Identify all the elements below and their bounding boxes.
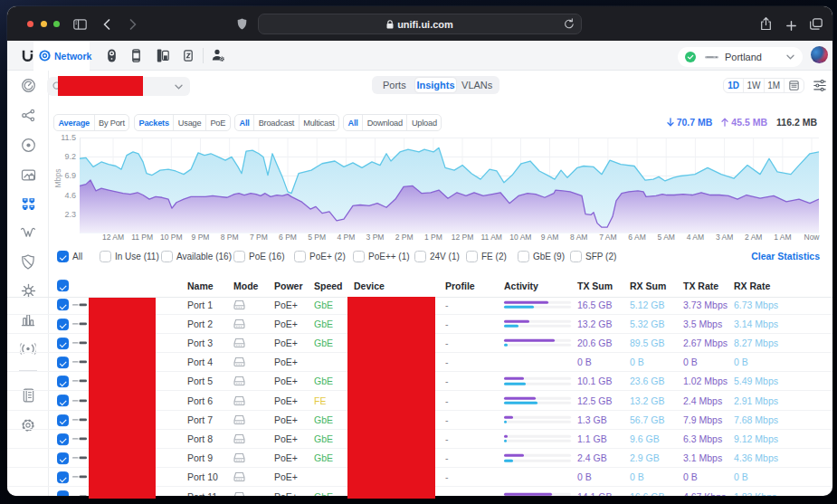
column-header-speed[interactable]: Speed (314, 281, 343, 291)
checkbox[interactable] (57, 376, 69, 387)
traffic-chart[interactable] (80, 133, 819, 234)
privacy-shield-icon[interactable] (237, 18, 247, 30)
address-bar[interactable]: unifi.ui.com (258, 14, 582, 34)
checkbox[interactable] (57, 299, 69, 310)
user-avatar[interactable] (811, 46, 828, 63)
chart-filter-all[interactable]: All (344, 115, 363, 130)
chart-filter-usage[interactable]: Usage (174, 115, 206, 130)
reload-icon[interactable] (564, 18, 575, 30)
select-all-checkbox[interactable] (57, 280, 69, 292)
checkbox[interactable] (57, 251, 69, 262)
checkbox[interactable] (466, 251, 478, 262)
checkbox[interactable] (353, 251, 365, 262)
tab-overview-icon[interactable] (810, 18, 823, 30)
range-1w[interactable]: 1W (744, 79, 764, 92)
checkbox[interactable] (414, 251, 426, 262)
checkbox[interactable] (57, 319, 69, 330)
sidebar-item-dashboard[interactable] (20, 77, 36, 93)
checkbox[interactable] (57, 452, 69, 464)
checkbox[interactable] (57, 395, 69, 406)
connect-display-icon[interactable] (184, 50, 193, 62)
filter-poe-2-[interactable]: PoE+ (2) (294, 249, 346, 264)
checkbox[interactable] (161, 251, 173, 262)
row-checkbox[interactable] (57, 337, 69, 349)
column-header-rx-sum[interactable]: RX Sum (630, 281, 666, 291)
checkbox[interactable] (57, 357, 69, 368)
filter-fe-2-[interactable]: FE (2) (466, 249, 507, 264)
talk-phone-icon[interactable] (132, 49, 140, 62)
checkbox[interactable] (233, 251, 245, 262)
forward-icon[interactable] (129, 19, 137, 30)
chart-filter-average[interactable]: Average (54, 115, 95, 130)
sidebar-item-topology[interactable] (20, 107, 36, 123)
filter-24v-1-[interactable]: 24V (1) (414, 249, 460, 264)
filter-gbe-9-[interactable]: GbE (9) (518, 249, 565, 264)
row-checkbox[interactable] (57, 318, 69, 330)
row-checkbox[interactable] (57, 376, 69, 388)
filter-in-use-11-[interactable]: In Use (11) (100, 249, 159, 264)
back-icon[interactable] (103, 19, 110, 30)
checkbox[interactable] (57, 471, 69, 483)
column-header-tx-rate[interactable]: TX Rate (683, 281, 718, 291)
admins-icon[interactable] (212, 49, 225, 62)
tab-ports[interactable]: Ports (374, 78, 415, 92)
checkbox[interactable] (57, 338, 69, 349)
column-header-profile[interactable]: Profile (445, 281, 475, 291)
share-icon[interactable] (760, 17, 772, 31)
checkbox[interactable] (57, 490, 69, 496)
unifi-logo[interactable] (21, 49, 33, 62)
row-checkbox[interactable] (57, 490, 69, 496)
row-checkbox[interactable] (57, 433, 69, 445)
row-checkbox[interactable] (57, 395, 69, 407)
checkbox[interactable] (57, 433, 69, 445)
chart-filter-upload[interactable]: Upload (407, 115, 441, 130)
column-header-name[interactable]: Name (187, 281, 214, 291)
checkbox[interactable] (518, 251, 529, 262)
filter-sfp-2-[interactable]: SFP (2) (570, 249, 616, 264)
checkbox[interactable] (100, 251, 111, 262)
chart-filter-by-port[interactable]: By Port (95, 115, 129, 130)
filter-available-16-[interactable]: Available (16) (161, 249, 232, 264)
filter-poe-16-[interactable]: PoE (16) (233, 249, 284, 264)
console-selector[interactable]: Portland (678, 47, 803, 67)
sliders-icon[interactable] (813, 80, 826, 91)
chart-filter-packets[interactable]: Packets (135, 115, 174, 130)
row-checkbox[interactable] (57, 414, 69, 426)
access-door-icon[interactable] (157, 49, 169, 62)
protect-camera-icon[interactable] (107, 49, 117, 62)
chart-filter-multicast[interactable]: Multicast (300, 115, 338, 130)
minimize-window-button[interactable] (41, 21, 47, 27)
row-checkbox[interactable] (57, 471, 69, 484)
column-header-rx-rate[interactable]: RX Rate (734, 281, 770, 291)
clear-statistics-link[interactable]: Clear Statistics (751, 251, 820, 262)
chart-filter-broadcast[interactable]: Broadcast (254, 115, 300, 130)
checkbox[interactable] (57, 414, 69, 426)
chart-filter-download[interactable]: Download (363, 115, 407, 130)
chart-filter-poe[interactable]: PoE (206, 115, 230, 130)
column-header-tx-sum[interactable]: TX Sum (577, 281, 613, 291)
checkbox[interactable] (570, 251, 582, 262)
new-tab-icon[interactable] (786, 21, 796, 31)
zoom-window-button[interactable] (53, 21, 60, 27)
chart-filter-all[interactable]: All (235, 115, 254, 130)
column-header-device[interactable]: Device (354, 281, 385, 291)
row-checkbox[interactable] (57, 356, 69, 368)
sidebar-item-devices[interactable] (20, 137, 36, 153)
filter-all[interactable]: All (57, 249, 82, 264)
column-header-mode[interactable]: Mode (233, 281, 258, 291)
filter-poe-1-[interactable]: PoE++ (1) (353, 249, 410, 264)
range-1d[interactable]: 1D (724, 79, 744, 92)
range-calendar-icon[interactable] (785, 79, 804, 92)
tab-vlans[interactable]: VLANs (456, 78, 498, 92)
sidebar-toggle-icon[interactable] (73, 19, 87, 30)
checkbox[interactable] (294, 251, 306, 262)
column-header-power[interactable]: Power (274, 281, 303, 291)
range-1m[interactable]: 1M (765, 79, 785, 92)
sidebar-item-ports[interactable] (20, 195, 36, 212)
tab-insights[interactable]: Insights (415, 78, 457, 92)
sidebar-item-wifi[interactable] (20, 224, 36, 241)
row-checkbox[interactable] (57, 452, 69, 464)
column-header-activity[interactable]: Activity (504, 281, 538, 291)
close-window-button[interactable] (27, 21, 33, 27)
sidebar-item-clients[interactable] (20, 166, 36, 183)
